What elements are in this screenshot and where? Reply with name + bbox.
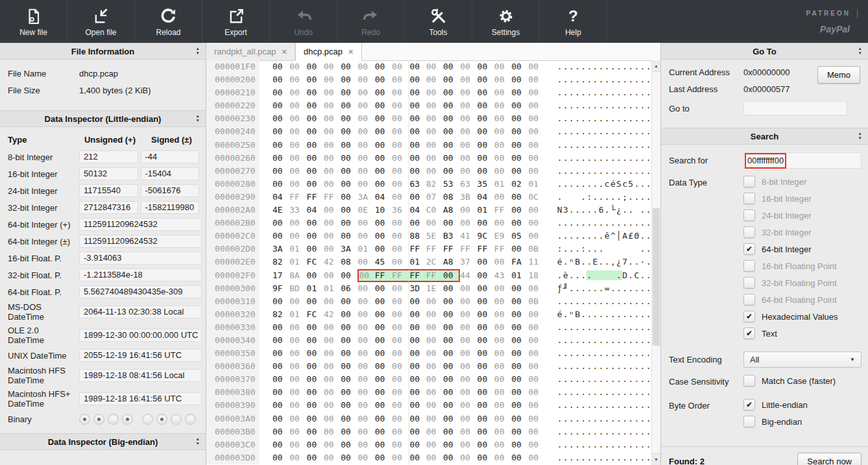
hex-ascii[interactable]: .è.... .D.C.. xyxy=(557,269,651,282)
hex-byte[interactable]: 3A xyxy=(272,243,289,256)
binary-bit-toggle[interactable] xyxy=(122,414,133,425)
hex-byte[interactable]: 00 xyxy=(272,386,289,399)
inspector-value[interactable]: 1125911209624532 xyxy=(79,218,202,231)
hex-byte[interactable]: 00 xyxy=(511,191,528,204)
hex-byte[interactable]: 00 xyxy=(511,412,528,425)
hex-ascii[interactable]: ................ xyxy=(557,451,651,464)
hex-byte[interactable]: 00 xyxy=(307,386,324,399)
hex-byte[interactable]: 00 xyxy=(324,125,341,138)
hex-byte[interactable]: 00 xyxy=(375,178,392,191)
hex-byte[interactable]: 53 xyxy=(443,178,460,191)
hex-byte[interactable]: 00 xyxy=(494,295,511,308)
hex-byte[interactable]: 00 xyxy=(307,165,324,178)
hex-byte[interactable]: 44 xyxy=(460,269,477,282)
hex-byte[interactable]: 00 xyxy=(460,373,477,386)
hex-byte[interactable]: FF xyxy=(289,191,306,204)
hex-byte[interactable]: 00 xyxy=(307,178,324,191)
hex-byte[interactable]: 00 xyxy=(460,86,477,99)
hex-byte[interactable]: 00 xyxy=(357,269,374,282)
hex-byte[interactable]: 00 xyxy=(460,152,477,165)
hex-byte[interactable]: 00 xyxy=(426,334,443,347)
hex-byte[interactable]: 00 xyxy=(511,295,528,308)
hex-byte[interactable]: 00 xyxy=(460,139,477,152)
inspector-value[interactable]: 1899-12-30 00:00:00.000 UTC xyxy=(79,329,202,342)
hex-byte[interactable]: 00 xyxy=(443,334,460,347)
hex-byte[interactable]: 00 xyxy=(528,112,545,125)
hex-byte[interactable]: 00 xyxy=(375,425,392,438)
hex-byte[interactable]: 01 xyxy=(324,282,341,295)
checkbox[interactable] xyxy=(743,375,755,387)
hex-byte[interactable]: 00 xyxy=(324,230,341,243)
hex-byte[interactable]: 00 xyxy=(324,360,341,373)
hex-byte[interactable]: 00 xyxy=(272,373,289,386)
hex-byte[interactable]: 00 xyxy=(511,60,528,73)
hex-byte[interactable]: 00 xyxy=(324,412,341,425)
hex-byte[interactable]: 00 xyxy=(409,191,426,204)
hex-byte[interactable]: 00 xyxy=(357,139,374,152)
hex-byte[interactable]: 00 xyxy=(272,178,289,191)
hex-byte[interactable]: 00 xyxy=(409,451,426,464)
hex-byte[interactable]: 00 xyxy=(494,347,511,360)
hex-byte[interactable]: 00 xyxy=(341,386,357,399)
hex-byte[interactable]: 00 xyxy=(477,451,494,464)
hex-byte[interactable]: 00 xyxy=(392,425,409,438)
hex-byte[interactable]: 00 xyxy=(272,347,289,360)
hex-byte[interactable]: 00 xyxy=(289,125,306,138)
hex-byte[interactable]: 00 xyxy=(511,165,528,178)
collapse-icon[interactable]: ▲▼ xyxy=(858,47,862,55)
hex-byte[interactable]: FF xyxy=(307,191,324,204)
hex-byte[interactable]: 00 xyxy=(341,412,357,425)
hex-byte[interactable]: 00 xyxy=(392,217,409,230)
hex-byte[interactable]: 00 xyxy=(528,386,545,399)
hex-byte[interactable]: 00 xyxy=(477,139,494,152)
hex-byte[interactable]: 00 xyxy=(528,86,545,99)
hex-byte[interactable]: 00 xyxy=(392,73,409,86)
hex-byte[interactable]: 00 xyxy=(443,386,460,399)
hex-byte[interactable]: 00 xyxy=(443,152,460,165)
hex-byte[interactable]: 00 xyxy=(357,386,374,399)
hex-byte[interactable]: 00 xyxy=(511,360,528,373)
checkbox[interactable] xyxy=(743,260,755,272)
scroll-up-icon[interactable]: ▲ xyxy=(652,60,660,72)
hex-byte[interactable]: 00 xyxy=(477,282,494,295)
hex-byte[interactable]: 00 xyxy=(392,386,409,399)
hex-byte[interactable]: 00 xyxy=(443,112,460,125)
redo-button[interactable]: Redo xyxy=(337,0,405,43)
hex-byte[interactable]: 00 xyxy=(289,295,306,308)
hex-byte[interactable]: 00 xyxy=(324,86,341,99)
hex-byte[interactable]: 00 xyxy=(409,73,426,86)
hex-byte[interactable]: FF xyxy=(409,243,426,256)
hex-byte[interactable]: 00 xyxy=(409,125,426,138)
hex-byte[interactable]: 00 xyxy=(528,321,545,334)
hex-byte[interactable]: 00 xyxy=(341,230,357,243)
hex-byte[interactable]: 00 xyxy=(443,99,460,112)
hex-byte[interactable]: FF xyxy=(392,269,409,282)
hex-byte[interactable]: 00 xyxy=(272,399,289,412)
hex-byte[interactable]: 00 xyxy=(375,230,392,243)
hex-ascii[interactable]: ........céSc5... xyxy=(557,178,651,191)
hex-ascii[interactable]: ................ xyxy=(557,139,651,152)
hex-byte[interactable]: 04 xyxy=(409,204,426,217)
hex-byte[interactable]: 00 xyxy=(426,295,443,308)
hex-byte[interactable]: 00 xyxy=(477,308,494,321)
hex-byte[interactable]: 00 xyxy=(409,438,426,451)
hex-byte[interactable]: 00 xyxy=(307,99,324,112)
checkbox[interactable] xyxy=(743,209,755,221)
hex-byte[interactable]: 00 xyxy=(460,165,477,178)
hex-byte[interactable]: 00 xyxy=(477,86,494,99)
tab-close-icon[interactable]: × xyxy=(282,47,287,56)
hex-byte[interactable]: 00 xyxy=(289,399,306,412)
hex-byte[interactable]: 00 xyxy=(511,139,528,152)
hex-byte[interactable]: 00 xyxy=(528,347,545,360)
hex-byte[interactable]: 00 xyxy=(357,256,374,268)
hex-byte[interactable]: 00 xyxy=(289,86,306,99)
hex-ascii[interactable]: :...:... .. xyxy=(557,243,651,256)
hex-byte[interactable]: 00 xyxy=(528,360,545,373)
binary-bit-toggle[interactable] xyxy=(108,414,119,425)
hex-byte[interactable]: 00 xyxy=(272,165,289,178)
hex-byte[interactable]: 11 xyxy=(528,256,545,268)
hex-byte[interactable]: BD xyxy=(289,282,306,295)
hex-byte[interactable]: 00 xyxy=(392,347,409,360)
hex-byte[interactable]: 00 xyxy=(392,243,409,256)
hex-byte[interactable]: 0B xyxy=(528,243,545,256)
